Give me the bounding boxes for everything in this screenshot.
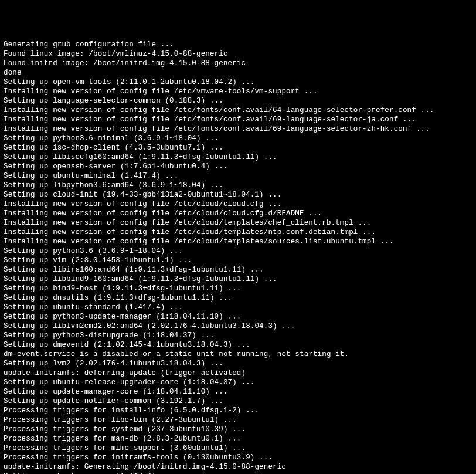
terminal-line: done <box>4 68 472 77</box>
terminal-line: Setting up ubuntu-standard (1.417.4) ... <box>4 303 472 312</box>
terminal-line: Setting up ubuntu-release-upgrader-core … <box>4 378 472 387</box>
terminal-line: Installing new version of config file /e… <box>4 106 472 115</box>
terminal-line: Installing new version of config file /e… <box>4 87 472 96</box>
terminal-line: Setting up openssh-server (1:7.6p1-4ubun… <box>4 162 472 171</box>
terminal-line: Processing triggers for libc-bin (2.27-3… <box>4 415 472 425</box>
terminal-line: Setting up vim (2:8.0.1453-1ubuntu1.1) .… <box>4 256 472 265</box>
terminal-line: Found linux image: /boot/vmlinuz-4.15.0-… <box>4 49 472 59</box>
terminal-line: Setting up dnsutils (1:9.11.3+dfsg-1ubun… <box>4 293 472 303</box>
terminal-line: dm-event.service is a disabled or a stat… <box>4 350 472 359</box>
terminal-line: Setting up python3-distupgrade (1:18.04.… <box>4 331 472 340</box>
terminal-line: Installing new version of config file /e… <box>4 218 472 228</box>
terminal-line: Processing triggers for man-db (2.8.3-2u… <box>4 434 472 443</box>
terminal-line: Setting up libisccfg160:amd64 (1:9.11.3+… <box>4 153 472 162</box>
terminal-line: Installing new version of config file /e… <box>4 209 472 218</box>
terminal-line: Setting up python3-update-manager (1:18.… <box>4 312 472 321</box>
terminal-line: update-initramfs: Generating /boot/initr… <box>4 462 472 472</box>
terminal-line: Setting up language-selector-common (0.1… <box>4 96 472 106</box>
terminal-line: Setting up python3.6 (3.6.9-1~18.04) ... <box>4 246 472 256</box>
terminal-line: Setting up update-notifier-common (3.192… <box>4 397 472 406</box>
terminal-line: Processing triggers for mime-support (3.… <box>4 443 472 453</box>
terminal-line: Setting up libirs160:amd64 (1:9.11.3+dfs… <box>4 265 472 275</box>
terminal-line: Installing new version of config file /e… <box>4 124 472 134</box>
terminal-line: Setting up libbind9-160:amd64 (1:9.11.3+… <box>4 275 472 284</box>
terminal-line: Setting up libpython3.6:amd64 (3.6.9-1~1… <box>4 181 472 190</box>
terminal-line: update-initramfs: deferring update (trig… <box>4 368 472 378</box>
terminal-line: Found initrd image: /boot/initrd.img-4.1… <box>4 59 472 68</box>
terminal-line: Setting up bind9-host (1:9.11.3+dfsg-1ub… <box>4 284 472 293</box>
terminal-line: Setting up liblvm2cmd2.02:amd64 (2.02.17… <box>4 321 472 331</box>
terminal-line: Setting up open-vm-tools (2:11.0.1-2ubun… <box>4 77 472 87</box>
terminal-line: Setting up update-manager-core (1:18.04.… <box>4 387 472 397</box>
terminal-line: Processing triggers for initramfs-tools … <box>4 453 472 462</box>
terminal-line: Setting up lvm2 (2.02.176-4.1ubuntu3.18.… <box>4 359 472 368</box>
terminal-line: Installing new version of config file /e… <box>4 115 472 124</box>
terminal-line: Generating grub configuration file ... <box>4 40 472 49</box>
terminal-line: Setting up cloud-init (19.4-33-gbb4131a2… <box>4 190 472 199</box>
terminal-line: Installing new version of config file /e… <box>4 199 472 209</box>
terminal-line: Setting up ubuntu-server (1.417.4) ... <box>4 472 472 474</box>
terminal-line: Setting up isc-dhcp-client (4.3.5-3ubunt… <box>4 143 472 153</box>
terminal-line: Installing new version of config file /e… <box>4 237 472 246</box>
terminal-line: Installing new version of config file /e… <box>4 228 472 237</box>
terminal-line: Setting up python3.6-minimal (3.6.9-1~18… <box>4 134 472 143</box>
terminal-line: Processing triggers for install-info (6.… <box>4 406 472 415</box>
terminal-output: Generating grub configuration file ...Fo… <box>4 40 472 474</box>
terminal-line: Processing triggers for systemd (237-3ub… <box>4 425 472 434</box>
terminal-line: Setting up ubuntu-minimal (1.417.4) ... <box>4 171 472 181</box>
terminal-line: Setting up dmeventd (2:1.02.145-4.1ubunt… <box>4 340 472 350</box>
